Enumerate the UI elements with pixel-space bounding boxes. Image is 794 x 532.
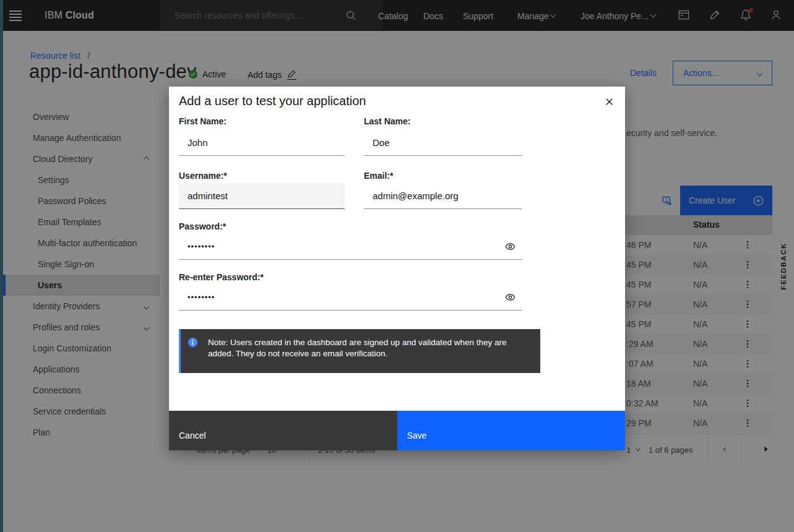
- reenter-password-field[interactable]: [179, 285, 522, 311]
- first-name-field[interactable]: [179, 130, 345, 156]
- add-user-modal: Add a user to test your application Firs…: [169, 87, 625, 450]
- reenter-password-label: Re-enter Password:*: [179, 272, 264, 282]
- note-notification: Note: Users created in the dashboard are…: [179, 329, 540, 373]
- close-icon[interactable]: [602, 94, 616, 109]
- username-label: Username:*: [179, 171, 227, 181]
- modal-title: Add a user to test your application: [179, 94, 366, 108]
- info-icon: [188, 337, 198, 350]
- left-edge-strip: [0, 0, 3, 532]
- view-password-icon[interactable]: [504, 241, 516, 252]
- password-field-wrap: [179, 234, 522, 260]
- app-window: IBM Cloud Catalog Docs Support Manage Jo…: [0, 0, 794, 532]
- email-field[interactable]: [364, 183, 522, 209]
- first-name-field-wrap: [179, 130, 345, 156]
- email-field-wrap: [364, 183, 522, 209]
- view-password-icon[interactable]: [504, 292, 516, 303]
- last-name-field-wrap: [364, 130, 522, 156]
- reenter-password-field-wrap: [179, 285, 522, 311]
- last-name-label: Last Name:: [364, 116, 410, 126]
- username-field-wrap: [179, 183, 345, 209]
- last-name-field[interactable]: [364, 130, 522, 156]
- save-button[interactable]: Save: [397, 411, 626, 450]
- modal-footer: Cancel Save: [169, 411, 625, 450]
- email-label: Email:*: [364, 171, 393, 181]
- password-field[interactable]: [179, 234, 522, 260]
- password-label: Password:*: [179, 221, 226, 231]
- first-name-label: First Name:: [179, 116, 227, 126]
- username-field[interactable]: [179, 183, 345, 209]
- note-text: Note: Users created in the dashboard are…: [208, 337, 532, 359]
- cancel-button[interactable]: Cancel: [169, 411, 397, 450]
